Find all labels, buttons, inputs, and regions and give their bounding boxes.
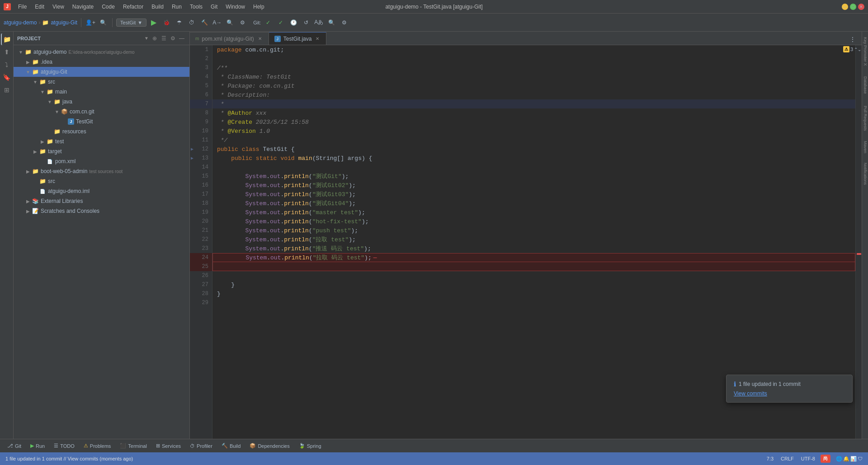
tree-item-atguigu-git[interactable]: ▼ 📁 atguigu-Git bbox=[14, 67, 189, 77]
code-editor[interactable]: 1 2 3 4 5 6 7 8 9 10 11 12▶ 13▶ 14 15 16… bbox=[190, 45, 862, 439]
tree-item-testgit[interactable]: ▶ J TestGit bbox=[14, 117, 189, 127]
add-config-button[interactable]: 👤+ bbox=[85, 17, 96, 28]
tab-close-testgit[interactable]: ✕ bbox=[314, 36, 321, 42]
bottom-tab-todo[interactable]: ☰ TODO bbox=[50, 442, 78, 450]
tree-item-atguigu-demo[interactable]: ▼ 📁 atguigu-demo E:\idea-workspace\atgui… bbox=[14, 47, 189, 57]
menu-file[interactable]: File bbox=[14, 3, 30, 11]
notification-link[interactable]: View commits bbox=[734, 390, 767, 397]
activity-structure[interactable]: ⊞ bbox=[1, 84, 13, 96]
find-button[interactable]: 🔍 bbox=[224, 17, 235, 28]
minimize-button[interactable]: — bbox=[842, 4, 848, 10]
git-settings-button[interactable]: ⚙ bbox=[339, 17, 349, 28]
panel-maven[interactable]: Maven bbox=[863, 138, 868, 156]
settings-button[interactable]: ⚙ bbox=[237, 17, 248, 28]
tree-label-pom: pom.xml bbox=[55, 158, 75, 164]
panel-database[interactable]: Database bbox=[863, 71, 868, 99]
build-button[interactable]: 🔨 bbox=[199, 17, 210, 28]
tree-item-package[interactable]: ▼ 📦 com.cn.git bbox=[14, 107, 189, 117]
panel-pull-requests[interactable]: Pull Requests bbox=[863, 100, 868, 136]
maximize-button[interactable]: □ bbox=[850, 4, 856, 10]
git-check2-button[interactable]: ✓ bbox=[275, 17, 286, 28]
line-num-7: 7 bbox=[190, 99, 212, 108]
tab-more-button[interactable]: ⋮ bbox=[847, 34, 858, 45]
bottom-tab-services[interactable]: ⊞ Services bbox=[152, 442, 184, 450]
activity-bookmark[interactable]: 🔖 bbox=[1, 71, 13, 83]
git-translate-button[interactable]: Aあ bbox=[313, 17, 324, 28]
sidebar-new-file[interactable]: ⊕ bbox=[151, 34, 159, 42]
bottom-tab-dependencies[interactable]: 📦 Dependencies bbox=[246, 442, 293, 450]
bottom-tab-spring[interactable]: 🍃 Spring bbox=[295, 442, 325, 450]
menu-help[interactable]: Help bbox=[250, 3, 268, 11]
status-right: 7:3 CRLF UTF-8 尚 🌐 🔔 📊 🛡 bbox=[765, 455, 864, 463]
menu-git[interactable]: Git bbox=[207, 3, 221, 11]
search-button[interactable]: 🔍 bbox=[98, 17, 108, 28]
menu-edit[interactable]: Edit bbox=[31, 3, 48, 11]
panel-key-promoter[interactable]: Key Promoter X bbox=[863, 33, 868, 70]
debug-button[interactable]: 🐞 bbox=[161, 17, 172, 28]
tab-close-pom[interactable]: ✕ bbox=[257, 36, 263, 42]
menu-view[interactable]: View bbox=[49, 3, 68, 11]
menu-window[interactable]: Window bbox=[222, 3, 249, 11]
bottom-tab-terminal[interactable]: ⬛ Terminal bbox=[116, 442, 151, 450]
tab-pom-xml[interactable]: m pom.xml (atguigu-Git) ✕ bbox=[190, 32, 269, 45]
git-tab-label: Git bbox=[15, 443, 21, 449]
close-button[interactable]: ✕ bbox=[858, 4, 864, 10]
git-check-button[interactable]: ✓ bbox=[263, 17, 274, 28]
tree-item-src[interactable]: ▼ 📁 src bbox=[14, 77, 189, 87]
bottom-tab-build[interactable]: 🔨 Build bbox=[218, 442, 244, 450]
run-configuration[interactable]: TestGit ▼ bbox=[116, 19, 146, 27]
tree-item-test[interactable]: ▶ 📁 test bbox=[14, 136, 189, 146]
tree-item-scratches[interactable]: ▶ 📝 Scratches and Consoles bbox=[14, 206, 189, 216]
bottom-tab-problems[interactable]: ⚠ Problems bbox=[80, 442, 114, 450]
menu-code[interactable]: Code bbox=[98, 3, 118, 11]
coverage-button[interactable]: ☂ bbox=[174, 17, 184, 28]
sidebar-gear[interactable]: ⚙ bbox=[169, 34, 177, 42]
menu-navigate[interactable]: Navigate bbox=[69, 3, 97, 11]
status-charset[interactable]: UTF-8 bbox=[799, 456, 817, 461]
tree-arrow-boot-web: ▶ bbox=[24, 169, 32, 174]
bottom-tab-run[interactable]: ▶ Run bbox=[27, 442, 48, 450]
run-tab-label: Run bbox=[36, 443, 45, 449]
sidebar-collapse[interactable]: ☰ bbox=[160, 34, 168, 42]
bottom-tab-git[interactable]: ⎇ Git bbox=[4, 442, 25, 450]
status-file-info[interactable]: 1 file updated in 1 commit // View commi… bbox=[4, 456, 135, 461]
tree-item-ext-libs[interactable]: ▶ 📚 External Libraries bbox=[14, 196, 189, 206]
panel-notifications[interactable]: Notifications bbox=[863, 158, 868, 190]
activity-commit[interactable]: ⬆ bbox=[1, 46, 13, 58]
status-icons[interactable]: 🌐 🔔 📊 🛡 bbox=[834, 456, 864, 462]
line-num-17: 17 bbox=[190, 190, 212, 199]
translate-button[interactable]: A→ bbox=[212, 17, 222, 28]
warning-indicator[interactable]: ⚠ 3 ⌃⌄ bbox=[843, 46, 861, 52]
git-search-button[interactable]: 🔍 bbox=[326, 17, 337, 28]
status-encoding[interactable]: CRLF bbox=[779, 456, 796, 461]
tree-item-src2[interactable]: ▶ 📁 src bbox=[14, 176, 189, 186]
tree-item-resources[interactable]: ▶ 📁 resources bbox=[14, 127, 189, 136]
tree-path-atguigu-demo: E:\idea-workspace\atguigu-demo bbox=[68, 50, 134, 55]
tree-label-resources: resources bbox=[62, 128, 86, 135]
tree-item-main[interactable]: ▼ 📁 main bbox=[14, 87, 189, 97]
tree-item-pom[interactable]: ▶ 📄 pom.xml bbox=[14, 156, 189, 166]
run-button[interactable]: ▶ bbox=[148, 17, 159, 28]
spring-tab-icon: 🍃 bbox=[299, 443, 305, 449]
sidebar-dropdown-arrow[interactable]: ▼ bbox=[144, 36, 149, 41]
tab-testgit[interactable]: J TestGit.java ✕ bbox=[269, 32, 327, 45]
tree-item-boot-web[interactable]: ▶ 📁 boot-web-05-admin test sources root bbox=[14, 166, 189, 176]
status-position[interactable]: 7:3 bbox=[765, 456, 775, 461]
bottom-tab-profiler[interactable]: ⏱ Profiler bbox=[186, 442, 216, 450]
menu-run[interactable]: Run bbox=[168, 3, 185, 11]
sidebar-hide[interactable]: — bbox=[178, 34, 186, 42]
git-history-button[interactable]: 🕐 bbox=[288, 17, 299, 28]
menu-refactor[interactable]: Refactor bbox=[119, 3, 147, 11]
tree-item-target[interactable]: ▶ 📁 target bbox=[14, 146, 189, 156]
activity-pullrequest[interactable]: ⤵ bbox=[1, 59, 13, 70]
menu-tools[interactable]: Tools bbox=[186, 3, 206, 11]
git-tab-icon: ⎇ bbox=[7, 443, 13, 449]
profile-button[interactable]: ⏱ bbox=[186, 17, 197, 28]
activity-project[interactable]: 📁 bbox=[1, 33, 13, 45]
tree-item-idea[interactable]: ▶ 📁 .idea bbox=[14, 57, 189, 67]
breadcrumb-project[interactable]: atguigu-demo bbox=[4, 19, 37, 26]
git-revert-button[interactable]: ↺ bbox=[301, 17, 311, 28]
tree-item-iml[interactable]: ▶ 📄 atguigu-demo.iml bbox=[14, 186, 189, 196]
menu-build[interactable]: Build bbox=[148, 3, 167, 11]
tree-item-java[interactable]: ▼ 📁 java bbox=[14, 97, 189, 107]
